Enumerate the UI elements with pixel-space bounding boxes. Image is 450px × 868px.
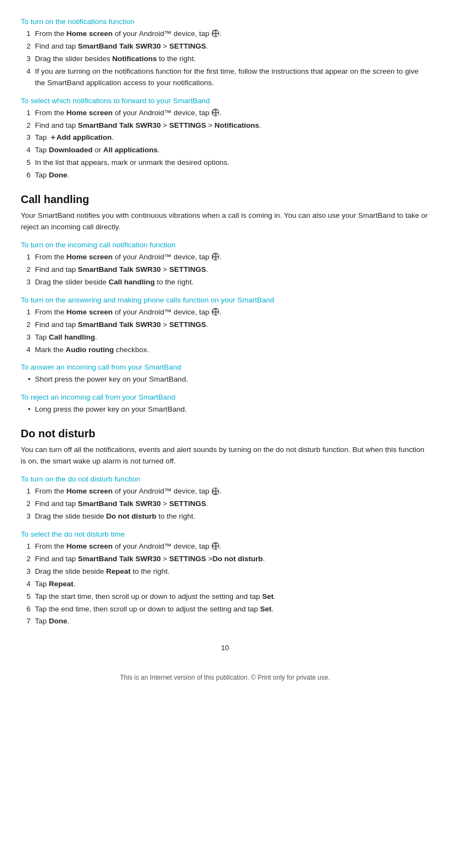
step-num: 4: [21, 344, 31, 356]
bold-text: Notifications: [112, 55, 157, 63]
bold-text: Home screen: [67, 487, 113, 495]
bold-text: Do not disturb: [106, 512, 157, 520]
bold-text: SmartBand Talk SWR30: [78, 121, 161, 129]
bold-text: ＋Add application: [49, 133, 112, 141]
list-item: 6 Tap Done.: [21, 170, 429, 181]
step-text: Tap Downloaded or All applications.: [35, 145, 160, 156]
step-text: From the Home screen of your Android™ de…: [35, 486, 221, 497]
bold-text: Home screen: [67, 542, 113, 550]
select-notifications-title: To select which notifications to forward…: [21, 97, 429, 105]
step-text: Tap the start time, then scroll up or do…: [35, 591, 275, 603]
step-text: Find and tap SmartBand Talk SWR30 > SETT…: [35, 120, 261, 132]
svg-rect-10: [213, 257, 215, 259]
svg-rect-18: [213, 492, 215, 494]
step-text: Tap Call handling.: [35, 332, 97, 343]
step-num: 1: [21, 541, 31, 552]
step-text: Find and tap SmartBand Talk SWR30 > SETT…: [35, 319, 208, 331]
bold-text: Call handling: [49, 333, 95, 341]
bold-text: Done: [49, 617, 68, 625]
bullet-dot: •: [21, 374, 31, 385]
step-text: Find and tap SmartBand Talk SWR30 > SETT…: [35, 554, 265, 565]
list-item: 1 From the Home screen of your Android™ …: [21, 252, 429, 263]
svg-rect-6: [213, 113, 215, 115]
app-icon: [212, 253, 219, 260]
bold-text: SmartBand Talk SWR30: [78, 320, 161, 329]
app-icon: [212, 542, 219, 550]
svg-rect-8: [213, 254, 215, 257]
dnd-turn-on-title: To turn on the do not disturb function: [21, 475, 429, 483]
step-num: 4: [21, 66, 31, 89]
bold-text: Repeat: [49, 580, 74, 588]
step-num: 3: [21, 277, 31, 288]
step-text: Tap ＋Add application.: [35, 132, 114, 144]
dnd-select-time-steps: 1 From the Home screen of your Android™ …: [21, 541, 429, 627]
answer-call-list: • Short press the power key on your Smar…: [21, 374, 429, 385]
app-icon: [212, 109, 219, 116]
list-item: 3 Drag the slide beside Do not disturb t…: [21, 511, 429, 522]
list-item: 3 Drag the slider besides Notifications …: [21, 53, 429, 65]
notifications-on-title: To turn on the notifications function: [21, 17, 429, 26]
step-num: 6: [21, 604, 31, 615]
step-num: 1: [21, 28, 31, 40]
svg-rect-16: [213, 489, 215, 491]
bold-text: Home screen: [67, 253, 113, 261]
bold-text: Do not disturb: [212, 555, 262, 563]
step-text: Find and tap SmartBand Talk SWR30 > SETT…: [35, 41, 208, 52]
list-item: 4 Mark the Audio routing checkbox.: [21, 344, 429, 356]
bold-text: All applications: [103, 146, 158, 154]
step-text: Drag the slide beside Repeat to the righ…: [35, 566, 170, 578]
bold-text: SmartBand Talk SWR30: [78, 42, 161, 50]
step-num: 3: [21, 332, 31, 343]
page-number: 10: [21, 644, 429, 652]
step-text: Drag the slider besides Notifications to…: [35, 53, 196, 65]
call-handling-section: Call handling Your SmartBand notifies yo…: [21, 193, 429, 415]
svg-rect-4: [213, 110, 215, 112]
list-item: 1 From the Home screen of your Android™ …: [21, 28, 429, 40]
svg-rect-1: [216, 31, 218, 33]
list-item: 2 Find and tap SmartBand Talk SWR30 > SE…: [21, 264, 429, 276]
list-item: 5 In the list that appears, mark or unma…: [21, 157, 429, 169]
answering-title: To turn on the answering and making phon…: [21, 296, 429, 304]
list-item: 2 Find and tap SmartBand Talk SWR30 > SE…: [21, 41, 429, 52]
step-text: Find and tap SmartBand Talk SWR30 > SETT…: [35, 264, 208, 276]
bold-text: SETTINGS: [169, 42, 206, 50]
svg-rect-5: [216, 110, 218, 112]
call-handling-heading: Call handling: [21, 193, 429, 206]
list-item: 1 From the Home screen of your Android™ …: [21, 307, 429, 318]
bold-text: SmartBand Talk SWR30: [78, 500, 161, 508]
list-item: 4 Tap Repeat.: [21, 579, 429, 590]
svg-rect-17: [216, 489, 218, 491]
bold-text: Audio routing: [65, 346, 113, 354]
step-num: 5: [21, 591, 31, 603]
app-icon: [212, 308, 219, 316]
list-item: 6 Tap the end time, then scroll up or do…: [21, 604, 429, 615]
notifications-on-steps: 1 From the Home screen of your Android™ …: [21, 28, 429, 89]
do-not-disturb-intro: You can turn off all the notifications, …: [21, 444, 429, 467]
dnd-turn-on-steps: 1 From the Home screen of your Android™ …: [21, 486, 429, 522]
step-num: 2: [21, 264, 31, 276]
reject-call-list: • Long press the power key on your Smart…: [21, 404, 429, 415]
svg-rect-22: [213, 546, 215, 549]
step-num: 3: [21, 566, 31, 578]
list-item: 4 Tap Downloaded or All applications.: [21, 145, 429, 156]
select-notifications-section: To select which notifications to forward…: [21, 97, 429, 182]
answering-steps: 1 From the Home screen of your Android™ …: [21, 307, 429, 356]
do-not-disturb-section: Do not disturb You can turn off all the …: [21, 427, 429, 627]
svg-rect-2: [213, 34, 215, 36]
bold-text: Home screen: [67, 109, 113, 117]
bold-text: SmartBand Talk SWR30: [78, 265, 161, 274]
incoming-call-steps: 1 From the Home screen of your Android™ …: [21, 252, 429, 288]
svg-rect-7: [216, 113, 218, 115]
list-item: 3 Drag the slide beside Repeat to the ri…: [21, 566, 429, 578]
step-num: 4: [21, 579, 31, 590]
step-num: 2: [21, 554, 31, 565]
do-not-disturb-heading: Do not disturb: [21, 427, 429, 440]
step-text: Tap Done.: [35, 616, 69, 627]
list-item: 2 Find and tap SmartBand Talk SWR30 > SE…: [21, 554, 429, 565]
list-item: • Long press the power key on your Smart…: [21, 404, 429, 415]
list-item: 1 From the Home screen of your Android™ …: [21, 486, 429, 497]
call-handling-intro: Your SmartBand notifies you with continu…: [21, 210, 429, 233]
dnd-select-time-title: To select the do not disturb time: [21, 530, 429, 538]
svg-rect-19: [216, 492, 218, 494]
step-text: Tap Repeat.: [35, 579, 75, 590]
